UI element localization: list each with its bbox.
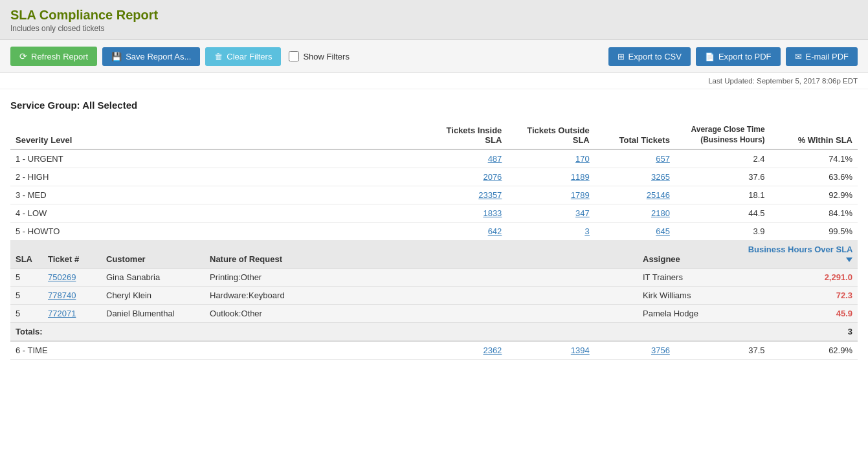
severity-cell: 5 - HOWTO bbox=[10, 223, 434, 241]
outside-cell[interactable]: 170 bbox=[507, 149, 594, 168]
header-section: SLA Compliance Report Includes only clos… bbox=[0, 0, 868, 40]
sub-sla: 5 bbox=[10, 305, 43, 323]
th-inside: Tickets Inside SLA bbox=[434, 121, 507, 149]
export-csv-icon bbox=[618, 52, 625, 61]
outside-cell[interactable]: 3 bbox=[507, 223, 594, 241]
pct-cell: 92.9% bbox=[770, 186, 858, 204]
email-pdf-icon bbox=[795, 52, 802, 61]
sub-nature: Outlook:Other bbox=[205, 305, 638, 323]
totals-label: Totals: bbox=[10, 323, 741, 341]
pct-cell: 84.1% bbox=[770, 204, 858, 223]
toolbar: Refresh Report Save Report As... Clear F… bbox=[0, 40, 868, 73]
clear-label: Clear Filters bbox=[227, 52, 272, 61]
th-pct-within: % Within SLA bbox=[770, 121, 858, 149]
page-subtitle: Includes only closed tickets bbox=[10, 24, 858, 33]
sub-table-row: 5 772071 Daniel Blumenthal Outlook:Other… bbox=[10, 305, 858, 323]
export-csv-label: Export to CSV bbox=[629, 52, 682, 61]
table-row[interactable]: 4 - LOW 1833 347 2180 44.5 84.1% bbox=[10, 204, 858, 223]
sub-th-ticket: Ticket # bbox=[43, 241, 101, 268]
sub-totals-row: Totals: 3 bbox=[10, 323, 858, 341]
th-outside: Tickets Outside SLA bbox=[507, 121, 594, 149]
sub-sla: 5 bbox=[10, 287, 43, 305]
sub-ticket[interactable]: 772071 bbox=[43, 305, 101, 323]
sub-customer: Daniel Blumenthal bbox=[101, 305, 205, 323]
page-title: SLA Compliance Report bbox=[10, 8, 858, 23]
save-icon bbox=[111, 52, 122, 61]
pct-cell: 74.1% bbox=[770, 149, 858, 168]
sub-assignee: IT Trainers bbox=[638, 268, 741, 287]
severity-cell: 4 - LOW bbox=[10, 204, 434, 223]
outside-cell[interactable]: 347 bbox=[507, 204, 594, 223]
export-pdf-label: Export to PDF bbox=[718, 52, 772, 61]
avg-cell: 18.1 bbox=[675, 186, 770, 204]
pct-cell: 99.5% bbox=[770, 223, 858, 241]
outside-cell[interactable]: 1789 bbox=[507, 186, 594, 204]
pct-cell: 63.6% bbox=[770, 168, 858, 186]
total-cell[interactable]: 3265 bbox=[595, 168, 675, 186]
inside-cell[interactable]: 2362 bbox=[434, 342, 507, 360]
table-row[interactable]: 1 - URGENT 487 170 657 2.4 74.1% bbox=[10, 149, 858, 168]
table-row[interactable]: 3 - MED 23357 1789 25146 18.1 92.9% bbox=[10, 186, 858, 204]
total-cell[interactable]: 3756 bbox=[595, 342, 675, 360]
main-report-table: Severity Level Tickets Inside SLA Ticket… bbox=[10, 121, 858, 360]
sub-th-biz-hours[interactable]: Business Hours Over SLA bbox=[741, 241, 858, 268]
avg-cell: 44.5 bbox=[675, 204, 770, 223]
sub-table-row: 5 778740 Cheryl Klein Hardware:Keyboard … bbox=[10, 287, 858, 305]
export-csv-button[interactable]: Export to CSV bbox=[608, 47, 691, 66]
inside-cell[interactable]: 1833 bbox=[434, 204, 507, 223]
total-cell[interactable]: 657 bbox=[595, 149, 675, 168]
pct-cell: 62.9% bbox=[770, 342, 858, 360]
total-cell[interactable]: 645 bbox=[595, 223, 675, 241]
sub-sla: 5 bbox=[10, 268, 43, 287]
table-row[interactable]: 2 - HIGH 2076 1189 3265 37.6 63.6% bbox=[10, 168, 858, 186]
export-pdf-button[interactable]: Export to PDF bbox=[696, 47, 781, 66]
save-label: Save Report As... bbox=[126, 52, 191, 61]
sub-nature: Printing:Other bbox=[205, 268, 638, 287]
outside-cell[interactable]: 1394 bbox=[507, 342, 594, 360]
content-area: Service Group: All Selected Severity Lev… bbox=[0, 89, 868, 370]
show-filters-wrap: Show Filters bbox=[289, 51, 350, 61]
inside-cell[interactable]: 642 bbox=[434, 223, 507, 241]
save-report-button[interactable]: Save Report As... bbox=[102, 47, 200, 66]
refresh-button[interactable]: Refresh Report bbox=[10, 47, 97, 66]
table-row[interactable]: 5 - HOWTO 642 3 645 3.9 99.5% bbox=[10, 223, 858, 241]
export-pdf-icon bbox=[705, 52, 715, 61]
outside-cell[interactable]: 1189 bbox=[507, 168, 594, 186]
section-title: Service Group: All Selected bbox=[10, 100, 858, 111]
last-updated: Last Updated: September 5, 2017 8:06p ED… bbox=[0, 73, 868, 89]
severity-cell: 1 - URGENT bbox=[10, 149, 434, 168]
avg-cell: 37.6 bbox=[675, 168, 770, 186]
sub-customer: Cheryl Klein bbox=[101, 287, 205, 305]
sub-assignee: Pamela Hodge bbox=[638, 305, 741, 323]
sub-th-customer: Customer bbox=[101, 241, 205, 268]
sub-customer: Gina Sanabria bbox=[101, 268, 205, 287]
sub-th-sla: SLA bbox=[10, 241, 43, 268]
clear-filters-button[interactable]: Clear Filters bbox=[205, 47, 281, 66]
refresh-icon bbox=[19, 51, 27, 61]
sub-th-assignee: Assignee bbox=[638, 241, 741, 268]
show-filters-label: Show Filters bbox=[303, 52, 350, 61]
chevron-down-icon bbox=[846, 257, 852, 262]
sub-biz-hours: 2,291.0 bbox=[741, 268, 858, 287]
total-cell[interactable]: 25146 bbox=[595, 186, 675, 204]
email-pdf-button[interactable]: E-mail PDF bbox=[786, 47, 858, 66]
inside-cell[interactable]: 2076 bbox=[434, 168, 507, 186]
severity-cell: 2 - HIGH bbox=[10, 168, 434, 186]
refresh-label: Refresh Report bbox=[31, 52, 88, 61]
sub-biz-hours: 72.3 bbox=[741, 287, 858, 305]
inside-cell[interactable]: 23357 bbox=[434, 186, 507, 204]
total-cell[interactable]: 2180 bbox=[595, 204, 675, 223]
sub-biz-hours: 45.9 bbox=[741, 305, 858, 323]
sub-nature: Hardware:Keyboard bbox=[205, 287, 638, 305]
inside-cell[interactable]: 487 bbox=[434, 149, 507, 168]
sub-ticket[interactable]: 750269 bbox=[43, 268, 101, 287]
severity-cell: 3 - MED bbox=[10, 186, 434, 204]
show-filters-checkbox[interactable] bbox=[289, 51, 299, 61]
table-row[interactable]: 6 - TIME 2362 1394 3756 37.5 62.9% bbox=[10, 342, 858, 360]
avg-cell: 37.5 bbox=[675, 342, 770, 360]
toolbar-right: Export to CSV Export to PDF E-mail PDF bbox=[608, 47, 858, 66]
expanded-sub-row: SLA Ticket # Customer Nature of Request … bbox=[10, 241, 858, 342]
totals-count: 3 bbox=[741, 323, 858, 341]
sub-ticket[interactable]: 778740 bbox=[43, 287, 101, 305]
sub-th-nature: Nature of Request bbox=[205, 241, 638, 268]
